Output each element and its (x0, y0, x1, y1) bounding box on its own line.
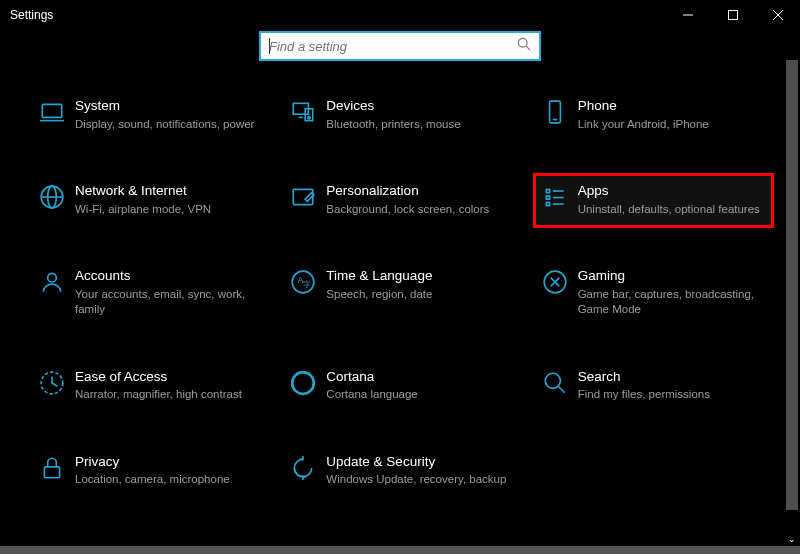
search-box[interactable] (259, 31, 541, 61)
category-title: Update & Security (326, 453, 509, 471)
category-apps[interactable]: Apps Uninstall, defaults, optional featu… (533, 173, 774, 228)
category-system[interactable]: System Display, sound, notifications, po… (30, 88, 271, 143)
apps-icon (542, 182, 578, 210)
category-time-language[interactable]: A字 Time & Language Speech, region, date (281, 258, 522, 329)
category-phone[interactable]: Phone Link your Android, iPhone (533, 88, 774, 143)
category-desc: Cortana language (326, 387, 509, 403)
ease-of-access-icon (39, 368, 75, 396)
close-button[interactable] (755, 0, 800, 30)
category-desc: Bluetooth, printers, mouse (326, 117, 509, 133)
window-controls (665, 0, 800, 30)
svg-point-4 (518, 38, 527, 47)
category-title: Personalization (326, 182, 509, 200)
devices-icon (290, 97, 326, 125)
svg-rect-18 (546, 189, 549, 192)
accounts-icon (39, 267, 75, 295)
svg-text:字: 字 (303, 281, 311, 290)
category-update-security[interactable]: Update & Security Windows Update, recove… (281, 444, 522, 499)
category-personalization[interactable]: Personalization Background, lock screen,… (281, 173, 522, 228)
minimize-icon (683, 10, 693, 20)
search-input[interactable] (269, 39, 517, 54)
scrollbar-down-arrow[interactable]: ⌄ (784, 534, 800, 544)
titlebar: Settings (0, 0, 800, 30)
svg-rect-17 (294, 189, 314, 204)
maximize-button[interactable] (710, 0, 755, 30)
network-icon (39, 182, 75, 210)
category-desc: Narrator, magnifier, high contrast (75, 387, 258, 403)
settings-content: System Display, sound, notifications, po… (0, 62, 784, 546)
privacy-icon (39, 453, 75, 481)
gaming-icon (542, 267, 578, 295)
category-title: Network & Internet (75, 182, 258, 200)
category-gaming[interactable]: Gaming Game bar, captures, broadcasting,… (533, 258, 774, 329)
category-cortana[interactable]: Cortana Cortana language (281, 359, 522, 414)
close-icon (773, 10, 783, 20)
system-icon (39, 97, 75, 125)
category-title: Devices (326, 97, 509, 115)
category-title: Phone (578, 97, 761, 115)
svg-rect-1 (728, 11, 737, 20)
category-desc: Your accounts, email, sync, work, family (75, 287, 258, 318)
category-desc: Game bar, captures, broadcasting, Game M… (578, 287, 761, 318)
category-title: Privacy (75, 453, 258, 471)
category-title: Ease of Access (75, 368, 258, 386)
search-icon (517, 37, 531, 55)
window-title: Settings (10, 8, 53, 22)
update-icon (290, 453, 326, 481)
category-ease-of-access[interactable]: Ease of Access Narrator, magnifier, high… (30, 359, 271, 414)
category-search[interactable]: Search Find my files, permissions (533, 359, 774, 414)
category-network[interactable]: Network & Internet Wi-Fi, airplane mode,… (30, 173, 271, 228)
svg-rect-6 (42, 104, 62, 117)
maximize-icon (728, 10, 738, 20)
category-privacy[interactable]: Privacy Location, camera, microphone (30, 444, 271, 499)
category-desc: Uninstall, defaults, optional features (578, 202, 761, 218)
category-desc: Windows Update, recovery, backup (326, 472, 509, 488)
settings-window: Settings ⌄ (0, 0, 800, 546)
text-caret (269, 38, 270, 54)
svg-rect-20 (546, 202, 549, 205)
category-title: Gaming (578, 267, 761, 285)
category-accounts[interactable]: Accounts Your accounts, email, sync, wor… (30, 258, 271, 329)
svg-point-31 (545, 373, 560, 388)
category-title: Search (578, 368, 761, 386)
svg-point-30 (292, 372, 314, 394)
svg-line-5 (526, 46, 530, 50)
time-language-icon: A字 (290, 267, 326, 295)
scrollbar-track[interactable] (784, 30, 800, 546)
svg-rect-19 (546, 196, 549, 199)
search-category-icon (542, 368, 578, 396)
category-desc: Display, sound, notifications, power (75, 117, 258, 133)
category-desc: Find my files, permissions (578, 387, 761, 403)
category-title: System (75, 97, 258, 115)
svg-rect-33 (44, 467, 59, 478)
scrollbar-thumb[interactable] (786, 60, 798, 510)
phone-icon (542, 97, 578, 125)
svg-line-32 (558, 386, 565, 393)
category-desc: Wi-Fi, airplane mode, VPN (75, 202, 258, 218)
cortana-icon (290, 368, 326, 396)
personalization-icon (290, 182, 326, 210)
category-grid: System Display, sound, notifications, po… (30, 88, 774, 499)
svg-point-24 (48, 273, 57, 282)
minimize-button[interactable] (665, 0, 710, 30)
category-title: Cortana (326, 368, 509, 386)
category-desc: Speech, region, date (326, 287, 509, 303)
category-title: Time & Language (326, 267, 509, 285)
category-title: Apps (578, 182, 761, 200)
category-desc: Background, lock screen, colors (326, 202, 509, 218)
category-desc: Location, camera, microphone (75, 472, 258, 488)
category-title: Accounts (75, 267, 258, 285)
category-devices[interactable]: Devices Bluetooth, printers, mouse (281, 88, 522, 143)
category-desc: Link your Android, iPhone (578, 117, 761, 133)
svg-point-10 (308, 117, 310, 119)
